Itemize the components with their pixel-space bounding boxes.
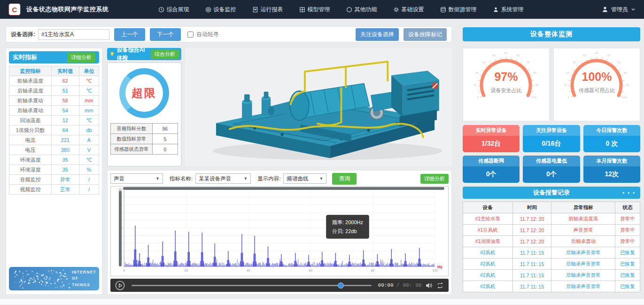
alarm-table-header: 设备时间异常指标状态 — [463, 202, 640, 213]
metric-value: 58 — [51, 96, 79, 106]
metric-select[interactable]: 某某设备声音▼ — [195, 173, 251, 184]
volume-icon[interactable] — [425, 282, 433, 289]
auto-cycle-checkbox[interactable] — [187, 31, 194, 38]
metric-value: 64 — [51, 125, 79, 135]
metric-row: 环境湿度35% — [9, 165, 99, 175]
svg-text:40: 40 — [492, 54, 496, 57]
gauge-arc: 0102030405060708090100 — [463, 48, 549, 119]
alarm-row[interactable]: #2风机11.7 11: 15后轴承声音异常已恢复 — [463, 270, 640, 281]
stat-card-2: 今日报警次数0 次 — [583, 125, 640, 152]
nav-item-7[interactable]: 系统管理 — [493, 6, 524, 14]
nav-item-1[interactable]: 设备监控 — [205, 6, 236, 14]
svg-text:60: 60 — [607, 54, 610, 57]
alarm-metric: 后轴承声音异常 — [551, 281, 615, 292]
prev-device-button[interactable]: 上一个 — [114, 28, 145, 41]
alarm-row[interactable]: #1主给水泵11.7 12: 20前轴承温度高异常中 — [463, 213, 640, 225]
more-options-button[interactable]: • • • — [622, 190, 636, 196]
alarm-col-header: 时间 — [512, 202, 551, 213]
type-select[interactable]: 声音▼ — [110, 173, 163, 184]
device-select-input[interactable] — [38, 29, 109, 40]
metrics-analyze-button[interactable]: 详细分析 — [67, 53, 95, 63]
alarm-status: 已恢复 — [615, 281, 640, 292]
alarm-metric: 声音异常 — [551, 225, 615, 236]
play-button[interactable] — [115, 281, 125, 290]
repeat-icon[interactable] — [436, 282, 444, 289]
ai-check-panel: 设备综合AI体检 综合分析 超限 音频指标分数96数值指标异常5传感器状态异常0 — [107, 48, 181, 166]
alarm-time: 11.7 12: 20 — [512, 213, 551, 225]
stat-value: 0 次 — [583, 136, 640, 152]
metric-row: 环境温度35℃ — [9, 155, 99, 165]
nav-item-0[interactable]: 综合展现 — [158, 6, 189, 14]
nav-item-6[interactable]: 数据源管理 — [440, 6, 477, 14]
metric-value: 35 — [51, 165, 79, 175]
chart-horizontal-scrollbar[interactable] — [123, 187, 444, 190]
nav-item-3[interactable]: 模型管理 — [299, 6, 330, 14]
metric-value: 51 — [51, 86, 79, 96]
metric-value: 62 — [51, 76, 79, 86]
iot-line: INTERNET — [72, 269, 96, 275]
alarm-device: #2风机 — [463, 258, 513, 270]
ai-analyze-button[interactable]: 综合分析 — [151, 49, 179, 59]
alarm-row[interactable]: #2风机11.7 11: 15后轴承声音异常已恢复 — [463, 258, 640, 270]
alarm-row[interactable]: #1润滑油泵11.7 12: 20后轴承震动异常中 — [463, 236, 640, 247]
metric-row: 1倍频分贝数64db — [9, 125, 99, 135]
metric-value: 54 — [51, 106, 79, 116]
app-logo: C — [8, 3, 21, 16]
alarm-table: 设备时间异常指标状态 #1主给水泵11.7 12: 20前轴承温度高异常中#1引… — [463, 202, 640, 292]
fault-mark-button[interactable]: 设备故障标记 — [403, 28, 447, 41]
metric-row: 前轴承震动58mm — [9, 96, 99, 106]
tooltip-frequency: 频率: 2000Hz — [332, 218, 363, 227]
svg-text:0: 0 — [477, 96, 479, 99]
metric-unit: V — [79, 145, 99, 155]
nav-item-label: 其他功能 — [355, 6, 377, 14]
next-device-button[interactable]: 下一个 — [150, 28, 181, 41]
main-nav: 综合展现设备监控运行报表模型管理其他功能基础设置数据源管理系统管理 — [158, 6, 524, 14]
metrics-col-header: 实时值 — [51, 66, 79, 76]
audio-player: 00:00 / 00: 30 — [110, 279, 449, 292]
metric-name: 视频监控 — [9, 185, 52, 195]
safety-gauge-value: 97% — [463, 70, 549, 84]
alarm-row[interactable]: #2风机11.7 11: 15后轴承声音异常已恢复 — [463, 247, 640, 258]
metric-unit: ℃ — [79, 76, 99, 86]
metric-name: 电压 — [9, 145, 52, 155]
nav-item-5[interactable]: 基础设置 — [393, 6, 424, 14]
alarm-row[interactable]: #2风机11.7 11: 15后轴承声音异常已恢复 — [463, 281, 640, 292]
seek-bar[interactable] — [132, 285, 372, 286]
status-cards: 实时异常设备1/32台关注异常设备0/16台今日报警次数0 次传感器断网0个传感… — [463, 125, 640, 183]
svg-text:40: 40 — [583, 54, 586, 57]
nav-item-2[interactable]: 运行报表 — [252, 6, 283, 14]
display-select[interactable]: 频谱曲线▼ — [283, 173, 326, 184]
stat-card-0: 实时异常设备1/32台 — [463, 125, 520, 152]
alarm-col-header: 状态 — [615, 202, 640, 213]
ai-score-value: 96 — [152, 124, 178, 134]
alarm-title: 设备报警记录 — [533, 188, 570, 197]
stat-title: 实时异常设备 — [463, 125, 520, 136]
alarm-row[interactable]: #1引风机11.7 12: 20声音异常异常中 — [463, 225, 640, 236]
display-select-value: 频谱曲线 — [287, 175, 308, 182]
metric-name: 前轴承温度 — [9, 76, 52, 86]
spectrum-analyze-button[interactable]: 详细分析 — [420, 174, 449, 184]
stat-title: 关注异常设备 — [523, 125, 580, 136]
ai-score-row: 音频指标分数96 — [111, 124, 178, 134]
nav-item-4[interactable]: 其他功能 — [346, 6, 377, 14]
spectrum-chart[interactable]: 2468101214161820020406080100Hz — [111, 187, 447, 276]
svg-text:90: 90 — [626, 84, 629, 86]
caret-icon: ▼ — [319, 176, 323, 181]
user-menu[interactable]: 管理员 — [602, 6, 636, 14]
report-icon — [252, 7, 258, 13]
svg-text:50: 50 — [595, 52, 598, 55]
overall-monitor-header: 设备整体监测 — [463, 27, 640, 41]
ai-panel-title: 设备综合AI体检 — [116, 46, 149, 62]
metrics-title: 实时指标 — [13, 53, 37, 62]
svg-text:100: 100 — [432, 269, 438, 272]
right-column: 0102030405060708090100 97% 设备安全占比 010203… — [463, 48, 640, 295]
seek-thumb[interactable] — [338, 282, 344, 289]
alarm-metric: 后轴承声音异常 — [551, 258, 615, 270]
follow-device-button[interactable]: 关注设备选择 — [356, 28, 399, 41]
footer-strip — [0, 299, 644, 305]
svg-text:70: 70 — [617, 61, 621, 64]
query-button[interactable]: 查询 — [332, 173, 357, 185]
settings-icon — [393, 7, 399, 13]
chart-vertical-scrollbar[interactable] — [119, 191, 122, 266]
stat-value: 12次 — [583, 166, 640, 183]
